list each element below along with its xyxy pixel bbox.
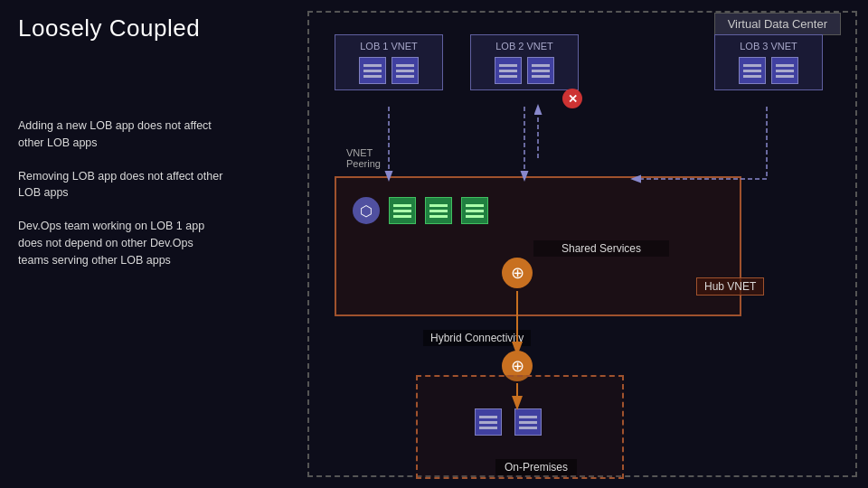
- point3-text: Dev.Ops team working on LOB 1 app does n…: [18, 218, 226, 268]
- shared-services-label: Shared Services: [533, 240, 669, 257]
- hybrid-connectivity-label: Hybrid Connectivity: [423, 330, 531, 346]
- lob3-server1: [739, 57, 766, 84]
- onprem-server2: [514, 408, 542, 436]
- lob1-server2: [392, 57, 419, 84]
- lob2-icons: [478, 57, 571, 84]
- vnet-peering-label: VNETPeering: [346, 147, 381, 169]
- nva-icon: ⬡: [353, 197, 380, 224]
- point1-text: Adding a new LOB app does not affect oth…: [18, 117, 226, 152]
- hub-vnet-label: Hub VNET: [696, 277, 764, 296]
- lob1-server1: [359, 57, 386, 84]
- left-text-block: Adding a new LOB app does not affect oth…: [18, 117, 226, 285]
- point2-text: Removing LOB app does not affect other L…: [18, 168, 226, 202]
- page-title: Loosely Coupled: [18, 14, 200, 42]
- on-premises-label: On-Premises: [495, 459, 577, 475]
- lob2-label: LOB 2 VNET: [478, 41, 571, 52]
- lob1-label: LOB 1 VNET: [343, 41, 435, 52]
- lob3-label: LOB 3 VNET: [722, 41, 815, 52]
- lob2-server2: [527, 57, 554, 84]
- hub-server2: [425, 197, 452, 224]
- page: Loosely Coupled Virtual Data Center LOB …: [0, 0, 868, 488]
- hub-icons-row: ⬡: [353, 197, 488, 224]
- lob1-icons: [343, 57, 435, 84]
- lob3-box: LOB 3 VNET: [714, 34, 823, 90]
- x-badge: ✕: [562, 89, 582, 108]
- hub-gateway-circle: ⊕: [502, 258, 533, 288]
- on-premises-servers: [475, 408, 542, 436]
- hub-server1: [389, 197, 416, 224]
- onprem-server1: [475, 408, 502, 436]
- gateway-hub-icon: ⊕: [502, 258, 533, 288]
- lob3-icons: [722, 57, 815, 84]
- hub-server3: [461, 197, 488, 224]
- lob3-server2: [771, 57, 798, 84]
- lob2-box: LOB 2 VNET: [470, 34, 579, 90]
- lob2-server1: [495, 57, 522, 84]
- lob1-box: LOB 1 VNET: [335, 34, 443, 90]
